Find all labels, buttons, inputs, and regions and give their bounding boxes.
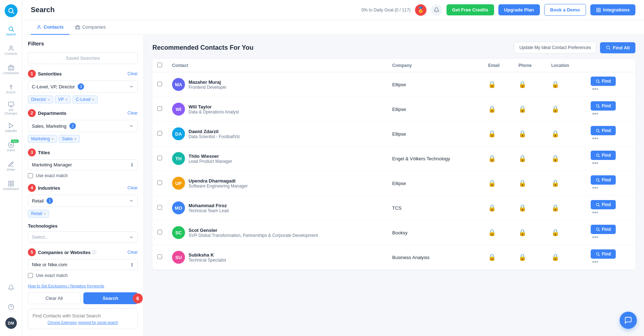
row-checkbox-cell bbox=[152, 97, 167, 122]
sidebar-item-companies[interactable]: Companies bbox=[2, 61, 20, 79]
filter-departments-clear[interactable]: Clear bbox=[127, 111, 138, 116]
titles-exact-match-checkbox[interactable] bbox=[28, 173, 33, 178]
filter-number-4: 4 bbox=[28, 184, 36, 192]
row-checkbox-5[interactable] bbox=[157, 205, 162, 210]
action-cell-0: Find ••• bbox=[586, 72, 635, 97]
more-icon-2[interactable]: ••• bbox=[592, 135, 598, 141]
filter-seniorities-clear[interactable]: Clear bbox=[127, 71, 138, 76]
app-logo[interactable] bbox=[5, 4, 18, 17]
filter-companies-clear[interactable]: Clear bbox=[127, 250, 138, 255]
svg-point-32 bbox=[596, 179, 599, 181]
svg-rect-17 bbox=[599, 8, 600, 9]
more-icon-0[interactable]: ••• bbox=[592, 86, 598, 92]
filter-industries-select[interactable]: Retail 1 bbox=[28, 195, 138, 207]
get-free-credits-button[interactable]: Get Free Credits bbox=[447, 4, 494, 15]
saved-searches-button[interactable]: Saved Searches bbox=[28, 52, 138, 64]
sidebar-help[interactable] bbox=[2, 298, 20, 316]
find-button-4[interactable]: Find bbox=[591, 175, 616, 185]
row-checkbox-1[interactable] bbox=[157, 106, 162, 111]
info-icon[interactable]: ⓘ bbox=[92, 249, 96, 255]
row-checkbox-3[interactable] bbox=[157, 156, 162, 160]
find-button-7[interactable]: Find bbox=[591, 249, 616, 259]
select-all-checkbox[interactable] bbox=[157, 63, 162, 67]
find-button-0[interactable]: Find bbox=[591, 77, 616, 86]
clear-all-button[interactable]: Clear All bbox=[28, 292, 80, 304]
upgrade-plan-button[interactable]: Upgrade Plan bbox=[498, 4, 540, 15]
more-icon-5[interactable]: ••• bbox=[592, 209, 598, 215]
sidebar-notifications[interactable] bbox=[2, 279, 20, 297]
sidebar-item-intent[interactable]: Intent New bbox=[2, 138, 20, 156]
search-button[interactable]: Search bbox=[83, 292, 138, 304]
filter-technologies-select[interactable]: Select... bbox=[28, 232, 138, 243]
sidebar-item-salesflix[interactable]: Salesflix bbox=[2, 119, 20, 137]
user-avatar[interactable]: DM bbox=[5, 317, 17, 329]
find-button-6[interactable]: Find bbox=[591, 225, 616, 234]
find-button-5[interactable]: Find bbox=[591, 200, 616, 209]
book-demo-button[interactable]: Book a Demo bbox=[544, 4, 586, 16]
row-checkbox-0[interactable] bbox=[157, 82, 162, 86]
row-checkbox-cell bbox=[152, 171, 167, 196]
contact-name-0: Mazaher Muraj bbox=[189, 79, 226, 85]
sidebar-item-dashboard[interactable]: Dashboard bbox=[2, 177, 20, 195]
tag-retail-remove[interactable]: × bbox=[44, 211, 46, 216]
tag-clevel-remove[interactable]: × bbox=[92, 97, 94, 102]
contact-avatar-1: WI bbox=[172, 103, 185, 116]
filter-departments-label: Departments bbox=[38, 111, 66, 116]
email-cell-7: 🔒 bbox=[483, 245, 513, 270]
contact-avatar-2: DA bbox=[172, 127, 185, 140]
exclusion-link[interactable]: How to Set Exclusions / Negative Keyword… bbox=[28, 284, 138, 288]
email-lock-icon-0: 🔒 bbox=[488, 81, 496, 88]
more-icon-1[interactable]: ••• bbox=[592, 111, 598, 117]
bell-button[interactable] bbox=[431, 4, 442, 16]
sidebar-item-enrich[interactable]: Enrich bbox=[2, 80, 20, 98]
chat-button[interactable] bbox=[620, 312, 637, 329]
search-icon bbox=[596, 252, 600, 256]
company-cell-5: TCS bbox=[387, 196, 483, 220]
svg-rect-16 bbox=[596, 8, 598, 9]
row-checkbox-7[interactable] bbox=[157, 254, 162, 259]
more-icon-6[interactable]: ••• bbox=[592, 234, 598, 240]
sidebar-item-search[interactable]: Search bbox=[2, 22, 20, 40]
filter-industries-tags: Retail × bbox=[28, 210, 138, 218]
more-icon-7[interactable]: ••• bbox=[592, 259, 598, 265]
row-checkbox-4[interactable] bbox=[157, 180, 162, 185]
find-all-button[interactable]: Find All bbox=[600, 42, 635, 53]
companies-exact-match-checkbox[interactable] bbox=[28, 273, 33, 278]
svg-rect-12 bbox=[11, 184, 13, 186]
contact-name-7: Subiksha K bbox=[189, 252, 226, 258]
tag-sales-remove[interactable]: × bbox=[74, 137, 76, 141]
chrome-ext-link[interactable]: Chrome Extension bbox=[48, 321, 77, 325]
more-icon-4[interactable]: ••• bbox=[592, 185, 598, 191]
titles-input[interactable] bbox=[28, 159, 138, 170]
companies-websites-input[interactable] bbox=[28, 259, 138, 270]
contact-avatar-0: MA bbox=[172, 78, 185, 91]
sidebar-item-contacts[interactable]: Contacts bbox=[2, 42, 20, 59]
row-checkbox-6[interactable] bbox=[157, 230, 162, 234]
sidebar-item-job-changes[interactable]: Job Changes bbox=[2, 99, 20, 117]
action-cell-5: Find ••• bbox=[586, 196, 635, 220]
filter-departments-select[interactable]: Sales, Marketing 2 bbox=[28, 120, 138, 132]
filter-seniorities-select[interactable]: C-Level, VP, Director 3 bbox=[28, 81, 138, 93]
company-name-2: Ellipse bbox=[392, 131, 406, 137]
company-cell-1: Ellipse bbox=[387, 97, 483, 122]
tag-director-remove[interactable]: × bbox=[48, 97, 50, 102]
sidebar-item-writer[interactable]: Writer bbox=[2, 157, 20, 175]
filter-industries-clear[interactable]: Clear bbox=[127, 185, 138, 190]
preferences-button[interactable]: Update My Ideal Contact Preferences bbox=[514, 42, 596, 53]
find-button-2[interactable]: Find bbox=[591, 126, 616, 135]
row-checkbox-2[interactable] bbox=[157, 131, 162, 136]
integrations-button[interactable]: Integrations bbox=[590, 4, 635, 15]
tab-contacts[interactable]: Contacts bbox=[31, 20, 69, 35]
company-name-0: Ellipse bbox=[392, 82, 406, 87]
tag-marketing-remove[interactable]: × bbox=[52, 137, 54, 141]
tag-vp-remove[interactable]: × bbox=[65, 97, 67, 102]
contact-name-2: Dawid Zdarzil bbox=[189, 129, 240, 134]
chrome-extension-note: Chrome Extension required for social sea… bbox=[33, 321, 133, 325]
tab-companies[interactable]: Companies bbox=[69, 20, 112, 35]
find-button-3[interactable]: Find bbox=[591, 151, 616, 160]
more-icon-3[interactable]: ••• bbox=[592, 160, 598, 166]
email-cell-3: 🔒 bbox=[483, 146, 513, 171]
social-search-input[interactable] bbox=[33, 313, 133, 318]
filters-title: Filters bbox=[28, 40, 138, 47]
find-button-1[interactable]: Find bbox=[591, 101, 616, 111]
